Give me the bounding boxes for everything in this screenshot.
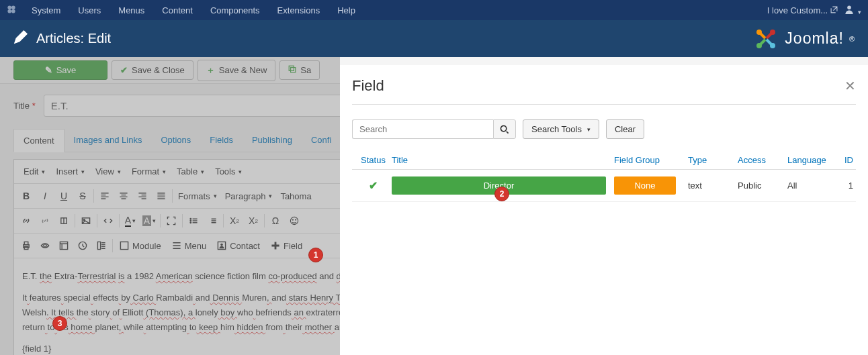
user-menu[interactable]: ▾ <box>844 5 861 16</box>
col-access[interactable]: Access <box>738 155 787 165</box>
align-right-icon[interactable] <box>133 187 152 205</box>
svg-rect-10 <box>291 68 296 72</box>
ed-menu-table[interactable]: Table▾ <box>173 164 208 179</box>
save-label: Save <box>56 65 77 75</box>
save-close-button[interactable]: ✔ Save & Close <box>112 60 193 80</box>
svg-point-0 <box>7 5 11 9</box>
menu-content[interactable]: Content <box>153 5 202 15</box>
admin-topbar: System Users Menus Content Components Ex… <box>0 0 868 20</box>
page-title: Articles: Edit <box>36 31 111 46</box>
search-button[interactable] <box>493 119 516 139</box>
svg-rect-21 <box>24 242 28 244</box>
joomla-small-icon <box>7 5 16 16</box>
code-icon[interactable] <box>99 211 118 230</box>
svg-point-1 <box>11 5 15 9</box>
save-copy-button[interactable]: Sa <box>279 60 320 80</box>
tab-config[interactable]: Confi <box>302 129 341 152</box>
svg-point-30 <box>501 125 506 131</box>
date-icon[interactable] <box>73 236 92 255</box>
field-group-pill[interactable]: None <box>614 176 676 195</box>
apply-icon: ✎ <box>45 65 52 75</box>
tab-images[interactable]: Images and Links <box>64 129 152 152</box>
col-type[interactable]: Type <box>688 155 738 165</box>
preview-icon[interactable] <box>36 236 54 255</box>
svg-point-2 <box>7 9 11 13</box>
check-icon: ✔ <box>120 65 128 75</box>
svg-point-16 <box>190 222 191 223</box>
plus-icon: ＋ <box>206 64 215 77</box>
superscript-icon[interactable]: X2 <box>244 211 263 230</box>
insert-contact-button[interactable]: Contact <box>212 238 265 254</box>
col-group[interactable]: Field Group <box>614 155 688 165</box>
tab-publishing[interactable]: Publishing <box>243 129 302 152</box>
menu-help[interactable]: Help <box>329 5 364 15</box>
block-select[interactable]: Paragraph▾ <box>221 189 277 203</box>
underline-icon[interactable]: U <box>54 187 73 205</box>
menu-system[interactable]: System <box>23 5 69 15</box>
save-button[interactable]: ✎ Save <box>13 60 107 80</box>
frontend-link[interactable]: I love Custom... <box>767 5 838 15</box>
insert-field-button[interactable]: Field <box>265 238 308 254</box>
menu-extensions[interactable]: Extensions <box>269 5 329 15</box>
col-title[interactable]: Title <box>392 155 614 165</box>
field-modal: Field ✕ Search Tools▾ Clear Status Title… <box>340 65 868 355</box>
col-status[interactable]: Status <box>355 155 392 165</box>
brand-area: Joomla! ® <box>752 26 855 52</box>
search-tools-button[interactable]: Search Tools▾ <box>523 119 599 139</box>
insert-module-button[interactable]: Module <box>114 238 167 254</box>
clear-button[interactable]: Clear <box>606 119 644 139</box>
svg-point-5 <box>756 30 762 35</box>
ed-menu-edit[interactable]: Edit▾ <box>19 164 49 179</box>
link-icon[interactable] <box>17 211 36 230</box>
ed-menu-tools[interactable]: Tools▾ <box>211 164 246 179</box>
italic-icon[interactable]: I <box>36 187 54 205</box>
unlink-icon[interactable] <box>36 211 54 230</box>
ed-menu-view[interactable]: View▾ <box>91 164 125 179</box>
formats-select[interactable]: Formats▾ <box>174 189 221 203</box>
tab-fields[interactable]: Fields <box>200 129 243 152</box>
save-copy-label: Sa <box>300 65 311 75</box>
search-input[interactable] <box>352 119 493 139</box>
subscript-icon[interactable]: X2 <box>225 211 244 230</box>
align-justify-icon[interactable] <box>152 187 171 205</box>
menu-components[interactable]: Components <box>202 5 269 15</box>
reg-mark: ® <box>849 35 855 43</box>
ed-menu-format[interactable]: Format▾ <box>128 164 170 179</box>
print-icon[interactable] <box>17 236 36 255</box>
menu-users[interactable]: Users <box>69 5 110 15</box>
ed-menu-insert[interactable]: Insert▾ <box>52 164 89 179</box>
number-list-icon[interactable] <box>203 211 222 230</box>
strike-icon[interactable]: S <box>73 187 92 205</box>
svg-point-4 <box>847 5 851 9</box>
svg-rect-9 <box>290 66 294 70</box>
save-close-label: Save & Close <box>132 65 185 75</box>
align-left-icon[interactable] <box>95 187 114 205</box>
bg-color-icon[interactable]: A▾ <box>140 211 159 230</box>
brand-text: Joomla! <box>785 30 844 48</box>
svg-point-17 <box>290 217 298 224</box>
save-new-button[interactable]: ＋ Save & New <box>198 60 276 81</box>
close-icon[interactable]: ✕ <box>844 78 856 94</box>
menu-menus[interactable]: Menus <box>110 5 153 15</box>
svg-point-19 <box>296 219 296 220</box>
anchor-icon[interactable] <box>54 211 73 230</box>
text-color-icon[interactable]: A▾ <box>121 211 140 230</box>
image-icon[interactable] <box>77 211 95 230</box>
joomla-logo-icon <box>752 26 779 52</box>
step-badge-3: 3 <box>52 316 67 331</box>
bold-icon[interactable]: B <box>17 187 36 205</box>
specialchar-icon[interactable]: Ω <box>266 211 285 230</box>
table-header: Status Title Field Group Type Access Lan… <box>352 151 856 170</box>
tab-options[interactable]: Options <box>151 129 200 152</box>
blockquote-icon[interactable] <box>92 236 111 255</box>
col-id[interactable]: ID <box>837 155 853 165</box>
insert-menu-button[interactable]: Menu <box>167 238 212 254</box>
fullscreen-icon[interactable] <box>162 211 181 230</box>
emoji-icon[interactable] <box>285 211 304 230</box>
template-icon[interactable] <box>54 236 73 255</box>
bullet-list-icon[interactable] <box>184 211 203 230</box>
align-center-icon[interactable] <box>114 187 133 205</box>
tab-content[interactable]: Content <box>13 129 64 152</box>
col-lang[interactable]: Language <box>787 155 837 165</box>
font-select[interactable]: Tahoma <box>276 189 315 203</box>
